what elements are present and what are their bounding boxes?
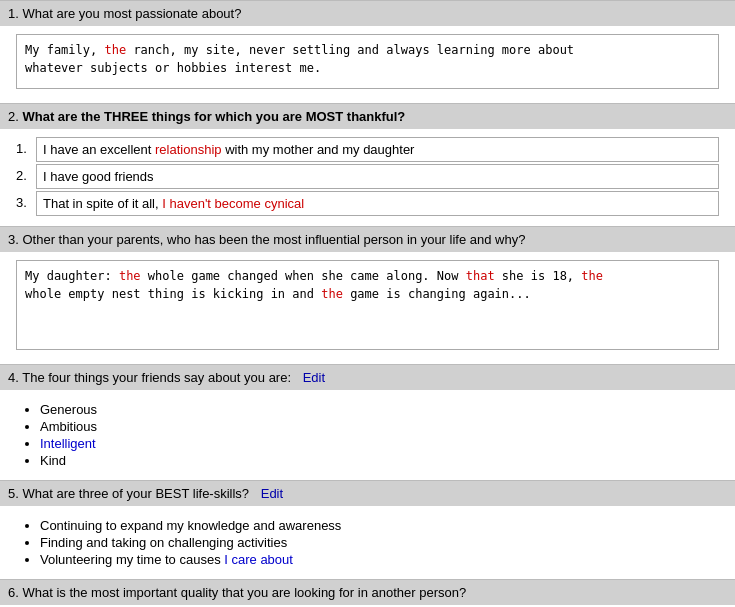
list-item: Intelligent — [40, 436, 719, 451]
section-1-header: 1. What are you most passionate about? — [0, 0, 735, 26]
thankful-item-1[interactable]: I have an excellent relationship with my… — [36, 137, 719, 162]
section-1-question: What are you most passionate about? — [22, 6, 241, 21]
section-1: 1. What are you most passionate about? M… — [0, 0, 735, 103]
section-5-list: Continuing to expand my knowledge and aw… — [16, 518, 719, 567]
section-4: 4. The four things your friends say abou… — [0, 364, 735, 480]
list-item: 3. That in spite of it all, I haven't be… — [16, 191, 719, 216]
section-4-list: Generous Ambitious Intelligent Kind — [16, 402, 719, 468]
list-item: Kind — [40, 453, 719, 468]
list-item: Generous — [40, 402, 719, 417]
section-4-edit[interactable]: Edit — [303, 370, 325, 385]
section-4-content: Generous Ambitious Intelligent Kind — [0, 390, 735, 480]
section-2: 2. What are the THREE things for which y… — [0, 103, 735, 226]
thankful-item-2[interactable]: I have good friends — [36, 164, 719, 189]
section-5-content: Continuing to expand my knowledge and aw… — [0, 506, 735, 579]
section-2-list: 1. I have an excellent relationship with… — [16, 137, 719, 216]
thankful-item-3[interactable]: That in spite of it all, I haven't becom… — [36, 191, 719, 216]
section-6-header: 6. What is the most important quality th… — [0, 579, 735, 605]
list-item: Continuing to expand my knowledge and aw… — [40, 518, 719, 533]
list-item: 2. I have good friends — [16, 164, 719, 189]
section-4-number: 4. — [8, 370, 22, 385]
section-4-question: The four things your friends say about y… — [22, 370, 291, 385]
section-6: 6. What is the most important quality th… — [0, 579, 735, 607]
section-1-number: 1. — [8, 6, 22, 21]
section-5-question: What are three of your BEST life-skills? — [22, 486, 249, 501]
list-item: 1. I have an excellent relationship with… — [16, 137, 719, 162]
section-1-content: My family, the ranch, my site, never set… — [0, 26, 735, 103]
section-2-content: 1. I have an excellent relationship with… — [0, 129, 735, 226]
section-5-edit[interactable]: Edit — [261, 486, 283, 501]
section-4-header: 4. The four things your friends say abou… — [0, 364, 735, 390]
list-item: Finding and taking on challenging activi… — [40, 535, 719, 550]
section-6-question: What is the most important quality that … — [22, 585, 466, 600]
section-3-answer[interactable]: My daughter: the whole game changed when… — [16, 260, 719, 350]
section-2-header: 2. What are the THREE things for which y… — [0, 103, 735, 129]
list-item: Ambitious — [40, 419, 719, 434]
section-3-header: 3. Other than your parents, who has been… — [0, 226, 735, 252]
section-3: 3. Other than your parents, who has been… — [0, 226, 735, 364]
section-5: 5. What are three of your BEST life-skil… — [0, 480, 735, 579]
section-1-answer[interactable]: My family, the ranch, my site, never set… — [16, 34, 719, 89]
section-3-number: 3. — [8, 232, 22, 247]
section-3-content: My daughter: the whole game changed when… — [0, 252, 735, 364]
list-item: Volunteering my time to causes I care ab… — [40, 552, 719, 567]
section-5-number: 5. — [8, 486, 22, 501]
section-2-number: 2. — [8, 109, 22, 124]
section-3-question: Other than your parents, who has been th… — [22, 232, 525, 247]
section-6-number: 6. — [8, 585, 22, 600]
section-5-header: 5. What are three of your BEST life-skil… — [0, 480, 735, 506]
